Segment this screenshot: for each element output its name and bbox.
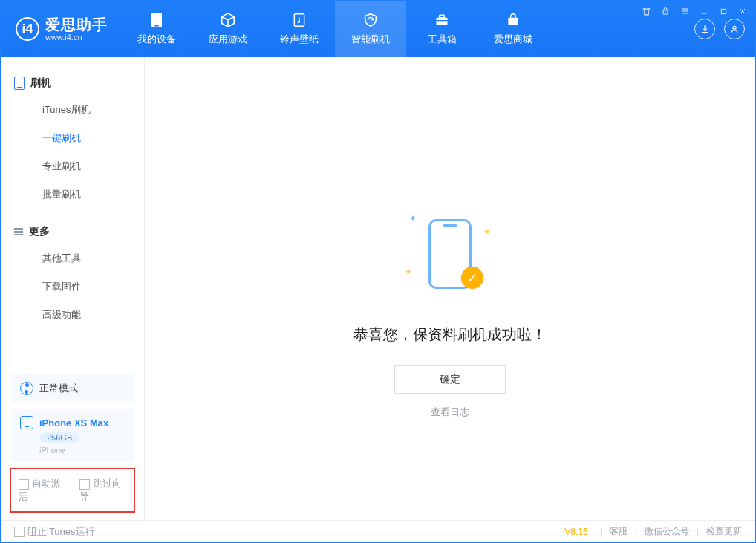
sidebar-item-itunes-flash[interactable]: iTunes刷机 (1, 96, 144, 124)
nav-item-toolbox[interactable]: 工具箱 (406, 1, 478, 57)
phone-outline-icon (14, 77, 25, 90)
mode-label: 正常模式 (39, 382, 78, 395)
success-illustration: ✦ ✦ ✦ ✓ (402, 206, 498, 302)
phone-icon (149, 12, 165, 28)
ok-button[interactable]: 确定 (394, 365, 506, 394)
lock-icon[interactable] (659, 5, 672, 17)
device-name: iPhone XS Max (39, 417, 108, 429)
success-block: ✦ ✦ ✦ ✓ 恭喜您，保资料刷机成功啦！ 确定 查看日志 (353, 206, 547, 419)
shirt-icon[interactable] (639, 5, 653, 17)
refresh-shield-icon (362, 12, 379, 28)
nav-item-store[interactable]: 爱思商城 (478, 1, 549, 57)
view-log-link[interactable]: 查看日志 (431, 406, 469, 419)
svg-rect-8 (508, 18, 518, 25)
footer: 阻止iTunes运行 V8.16 | 客服 | 微信公众号 | 检查更新 (1, 520, 755, 542)
svg-rect-6 (440, 15, 445, 17)
main-content: ✦ ✦ ✦ ✓ 恭喜您，保资料刷机成功啦！ 确定 查看日志 (145, 57, 755, 520)
device-type: iPhone (39, 446, 125, 455)
sidebar-item-oneclick-flash[interactable]: 一键刷机 (1, 124, 144, 152)
app-title: 爱思助手 (45, 16, 108, 33)
sidebar-group-flash: 刷机 (1, 69, 144, 96)
options-highlight-box: 自动激活 跳过向导 (10, 468, 135, 513)
nav-item-flash[interactable]: 智能刷机 (335, 1, 406, 57)
mode-icon (20, 382, 33, 395)
sidebar-item-batch-flash[interactable]: 批量刷机 (1, 181, 144, 209)
device-card[interactable]: iPhone XS Max 256GB iPhone (11, 409, 134, 462)
more-icon (14, 228, 23, 235)
nav-item-ringtone[interactable]: 铃声壁纸 (264, 1, 335, 57)
cube-icon (220, 12, 236, 28)
svg-rect-7 (437, 20, 448, 21)
svg-rect-0 (663, 10, 668, 14)
device-phone-icon (20, 416, 33, 429)
minimize-icon[interactable] (697, 5, 711, 17)
app-window: i4 爱思助手 www.i4.cn 我的设备 应用游戏 铃声壁纸 智能刷机 (0, 0, 756, 543)
sidebar-item-download-firmware[interactable]: 下载固件 (1, 273, 144, 301)
nav-item-apps[interactable]: 应用游戏 (192, 1, 264, 57)
device-capacity: 256GB (39, 432, 79, 443)
menu-icon[interactable] (678, 5, 691, 17)
sidebar-group-more: 更多 (1, 218, 144, 244)
body: 刷机 iTunes刷机 一键刷机 专业刷机 批量刷机 更多 其他工具 下载固件 … (1, 57, 755, 520)
sparkle-icon: ✦ (483, 227, 491, 237)
sidebar-item-advanced[interactable]: 高级功能 (1, 301, 144, 329)
sparkle-icon: ✦ (405, 267, 412, 277)
success-message: 恭喜您，保资料刷机成功啦！ (353, 325, 547, 345)
skip-guide-checkbox[interactable]: 跳过向导 (79, 477, 127, 504)
maximize-icon[interactable] (717, 5, 730, 17)
svg-rect-1 (721, 9, 726, 13)
auto-activate-checkbox[interactable]: 自动激活 (19, 477, 66, 504)
footer-link-wechat[interactable]: 微信公众号 (645, 525, 689, 538)
close-icon[interactable] (736, 5, 749, 17)
sidebar-item-other-tools[interactable]: 其他工具 (1, 244, 144, 273)
sidebar: 刷机 iTunes刷机 一键刷机 专业刷机 批量刷机 更多 其他工具 下载固件 … (1, 57, 145, 520)
sparkle-icon: ✦ (409, 213, 417, 224)
version-label: V8.16 (564, 527, 587, 537)
window-controls (639, 5, 749, 17)
logo-icon: i4 (16, 17, 39, 41)
download-button[interactable] (694, 19, 715, 39)
svg-rect-3 (154, 25, 159, 27)
account-button[interactable] (724, 19, 745, 39)
app-logo: i4 爱思助手 www.i4.cn (1, 1, 121, 57)
sidebar-item-pro-flash[interactable]: 专业刷机 (1, 152, 144, 181)
toolbox-icon (434, 12, 450, 28)
mode-card[interactable]: 正常模式 (11, 374, 134, 403)
app-domain: www.i4.cn (45, 33, 108, 42)
block-itunes-checkbox[interactable]: 阻止iTunes运行 (14, 525, 95, 539)
music-file-icon (291, 12, 307, 28)
footer-link-support[interactable]: 客服 (610, 525, 628, 538)
svg-point-9 (733, 26, 736, 29)
nav-item-device[interactable]: 我的设备 (121, 1, 192, 57)
top-nav: 我的设备 应用游戏 铃声壁纸 智能刷机 工具箱 爱思商城 (121, 1, 549, 57)
store-icon (505, 12, 521, 28)
svg-rect-5 (437, 18, 448, 25)
footer-link-update[interactable]: 检查更新 (706, 525, 742, 538)
checkmark-badge-icon: ✓ (461, 267, 483, 289)
